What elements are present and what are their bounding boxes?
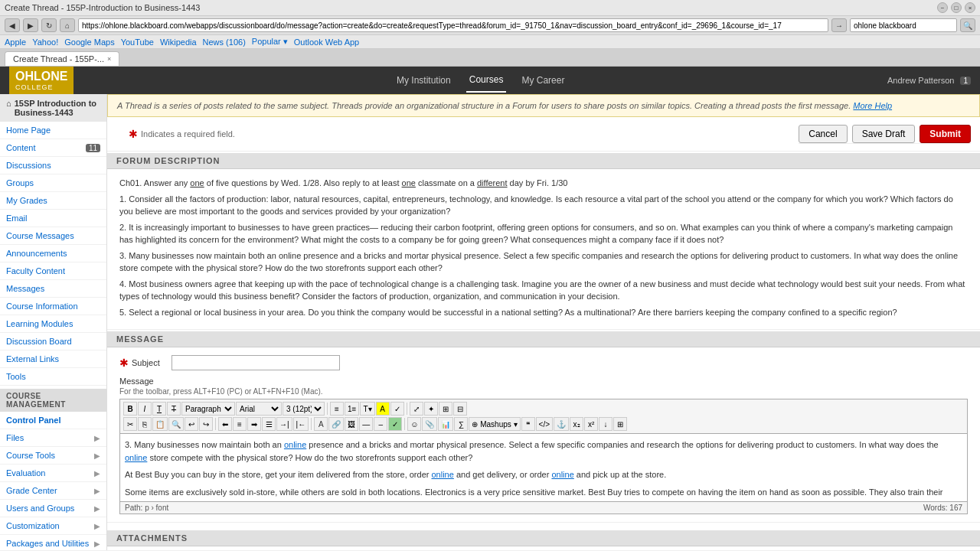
- sidebar-item-customization[interactable]: Customization ▶: [0, 517, 106, 535]
- sidebar-item-home-page[interactable]: Home Page: [0, 122, 106, 139]
- sidebar-item-files[interactable]: Files ▶: [0, 429, 106, 447]
- bookmark-apple[interactable]: Apple: [5, 37, 26, 47]
- sidebar-item-course-information[interactable]: Course Information: [0, 298, 106, 315]
- align-justify-button[interactable]: ☰: [262, 417, 276, 431]
- sidebar-item-course-tools[interactable]: Course Tools ▶: [0, 447, 106, 465]
- spell-check-button[interactable]: ✓: [390, 402, 404, 416]
- sidebar-item-tools[interactable]: Tools: [0, 368, 106, 386]
- sidebar-item-my-grades[interactable]: My Grades: [0, 192, 106, 210]
- clip-button[interactable]: 📎: [422, 417, 437, 431]
- sidebar-item-announcements[interactable]: Announcements: [0, 245, 106, 262]
- redo-button[interactable]: ↪: [199, 417, 213, 431]
- save-draft-button[interactable]: Save Draft: [852, 125, 916, 143]
- insert-image-button[interactable]: 🖼: [345, 417, 358, 431]
- sidebar-item-evaluation[interactable]: Evaluation ▶: [0, 465, 106, 482]
- code-button[interactable]: </>: [536, 417, 553, 431]
- align-center-button[interactable]: ≡: [233, 417, 247, 431]
- highlight-button[interactable]: A: [376, 402, 390, 416]
- down-arrow-button[interactable]: ↓: [599, 417, 612, 431]
- text-color-button[interactable]: A: [314, 417, 328, 431]
- tab-close-icon[interactable]: ×: [107, 55, 111, 63]
- bold-button[interactable]: B: [123, 402, 137, 416]
- cut-button[interactable]: ✂: [123, 417, 137, 431]
- outdent-button[interactable]: |←: [293, 417, 309, 431]
- insert-link-button[interactable]: 🔗: [328, 417, 344, 431]
- search-bar[interactable]: [850, 18, 957, 32]
- bookmark-news[interactable]: News (106): [203, 37, 246, 47]
- bullet-list-button[interactable]: ≡: [330, 402, 344, 416]
- nav-my-institution[interactable]: My Institution: [394, 69, 454, 92]
- blockquote-button[interactable]: ❝: [521, 417, 535, 431]
- underline-button[interactable]: T: [152, 402, 166, 416]
- minimize-btn[interactable]: −: [937, 2, 948, 13]
- url-bar[interactable]: [78, 18, 828, 32]
- sidebar-item-discussions[interactable]: Discussions: [0, 157, 106, 174]
- sidebar-item-users-and-groups[interactable]: Users and Groups ▶: [0, 500, 106, 517]
- browser-tab[interactable]: Create Thread - 155P-... ×: [5, 51, 119, 66]
- sidebar-item-content[interactable]: Content 11: [0, 139, 106, 157]
- sidebar-item-packages-utilities[interactable]: Packages and Utilities ▶: [0, 535, 106, 550]
- font-select[interactable]: Arial: [236, 402, 282, 416]
- notification-badge[interactable]: 1: [960, 77, 971, 85]
- cancel-button[interactable]: Cancel: [799, 125, 847, 143]
- fullscreen-button[interactable]: ⤢: [410, 402, 423, 416]
- sidebar-item-messages[interactable]: Messages: [0, 280, 106, 298]
- strikethrough-button[interactable]: T: [167, 402, 181, 416]
- sidebar-item-faculty-content[interactable]: Faculty Content: [0, 262, 106, 280]
- nav-my-career[interactable]: My Career: [518, 69, 567, 92]
- sidebar-item-groups[interactable]: Groups: [0, 174, 106, 192]
- subscript-button[interactable]: x₂: [570, 417, 583, 431]
- sidebar-item-learning-modules[interactable]: Learning Modules: [0, 315, 106, 333]
- bookmark-google-maps[interactable]: Google Maps: [64, 37, 114, 47]
- editor-content[interactable]: 3. Many businesses now maintain both an …: [119, 433, 968, 502]
- search-button[interactable]: 🔍: [960, 18, 975, 32]
- emoji-button[interactable]: ☺: [407, 417, 421, 431]
- nav-courses[interactable]: Courses: [466, 68, 507, 93]
- bookmark-youtube[interactable]: YouTube: [121, 37, 154, 47]
- sidebar-item-grade-center[interactable]: Grade Center ▶: [0, 482, 106, 500]
- table-button[interactable]: ⊞: [613, 417, 627, 431]
- italic-button[interactable]: I: [138, 402, 152, 416]
- maximize-btn[interactable]: □: [951, 2, 962, 13]
- find-button[interactable]: 🔍: [168, 417, 184, 431]
- bookmark-popular[interactable]: Popular ▾: [252, 37, 288, 47]
- anchor-button[interactable]: ⚓: [554, 417, 569, 431]
- superscript-button[interactable]: x²: [584, 417, 598, 431]
- chart-button[interactable]: 📊: [438, 417, 453, 431]
- minus-button[interactable]: –: [374, 417, 387, 431]
- text-format-button[interactable]: T▾: [360, 402, 374, 416]
- indent-button[interactable]: →|: [276, 417, 292, 431]
- back-button[interactable]: ◀: [5, 18, 20, 32]
- bookmark-yahoo[interactable]: Yahoo!: [32, 37, 58, 47]
- bookmark-wikipedia[interactable]: Wikipedia: [160, 37, 197, 47]
- numbered-list-button[interactable]: 1≡: [345, 402, 359, 416]
- more-help-link[interactable]: More Help: [853, 101, 892, 110]
- strikeout-button[interactable]: ✓: [388, 417, 402, 431]
- sidebar-item-control-panel[interactable]: Control Panel: [0, 412, 106, 429]
- undo-button[interactable]: ↩: [185, 417, 198, 431]
- align-right-button[interactable]: ➡: [247, 417, 261, 431]
- subject-input[interactable]: [172, 355, 340, 370]
- sidebar-item-course-messages[interactable]: Course Messages: [0, 227, 106, 245]
- bookmark-outlook[interactable]: Outlook Web App: [294, 37, 359, 47]
- sidebar-item-email[interactable]: Email: [0, 210, 106, 227]
- close-btn[interactable]: ×: [965, 2, 975, 13]
- copy-button[interactable]: ⎘: [138, 417, 152, 431]
- mashups-button[interactable]: ⊕ Mashups ▾: [469, 417, 520, 431]
- refresh-button[interactable]: ↻: [41, 18, 57, 32]
- align-left-button[interactable]: ⬅: [218, 417, 232, 431]
- submit-button[interactable]: Submit: [920, 125, 971, 143]
- format-select[interactable]: Paragraph: [181, 402, 235, 416]
- collapse-button[interactable]: ⊟: [453, 402, 467, 416]
- horizontal-rule-button[interactable]: —: [359, 417, 373, 431]
- math-button[interactable]: ∑: [454, 417, 468, 431]
- forward-button[interactable]: ▶: [23, 18, 38, 32]
- size-select[interactable]: 3 (12pt): [283, 402, 325, 416]
- sidebar-item-discussion-board[interactable]: Discussion Board: [0, 333, 106, 350]
- sidebar-item-external-links[interactable]: External Links: [0, 350, 106, 368]
- home-button[interactable]: ⌂: [60, 18, 75, 32]
- go-button[interactable]: →: [831, 18, 847, 32]
- paste-button[interactable]: 📋: [152, 417, 168, 431]
- source-button[interactable]: ✦: [424, 402, 438, 416]
- expand-button[interactable]: ⊞: [439, 402, 452, 416]
